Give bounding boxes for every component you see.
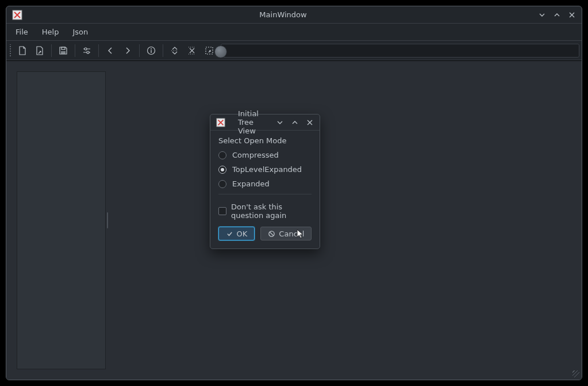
radio-label: Compressed bbox=[232, 151, 279, 159]
radio-toplevelexpanded[interactable]: TopLevelExpanded bbox=[218, 165, 312, 174]
svg-rect-3 bbox=[62, 47, 65, 49]
toolbar-separator bbox=[163, 44, 163, 57]
radio-label: TopLevelExpanded bbox=[232, 165, 302, 174]
svg-rect-9 bbox=[151, 50, 151, 53]
svg-point-6 bbox=[87, 51, 89, 53]
svg-rect-4 bbox=[61, 51, 66, 54]
maximize-button[interactable] bbox=[553, 11, 561, 19]
dialog-button-row: OK Cancel bbox=[210, 226, 320, 249]
toolbar-separator bbox=[51, 44, 52, 57]
dialog-window-controls bbox=[276, 119, 314, 127]
svg-point-8 bbox=[151, 48, 152, 49]
radio-icon bbox=[218, 180, 226, 188]
back-button[interactable] bbox=[102, 43, 118, 58]
collapse-all-button[interactable] bbox=[167, 43, 183, 58]
info-button[interactable] bbox=[143, 43, 159, 58]
menubar: File Help Json bbox=[6, 24, 582, 41]
minimize-button[interactable] bbox=[538, 11, 546, 19]
toolbar-separator bbox=[139, 44, 140, 57]
dialog-body: Select Open Mode Compressed TopLevelExpa… bbox=[210, 131, 320, 202]
main-titlebar: MainWindow bbox=[6, 6, 582, 24]
toolbar-grip[interactable] bbox=[9, 44, 12, 57]
menu-help[interactable]: Help bbox=[35, 24, 66, 40]
search-input[interactable] bbox=[221, 44, 579, 58]
maximize-button[interactable] bbox=[291, 119, 299, 127]
svg-point-5 bbox=[84, 48, 87, 50]
radio-icon bbox=[218, 166, 226, 174]
save-button[interactable] bbox=[55, 43, 71, 58]
check-icon bbox=[226, 230, 233, 238]
menu-json[interactable]: Json bbox=[66, 24, 95, 40]
initial-tree-view-dialog: Initial Tree View Select Open Mode Compr… bbox=[210, 114, 320, 249]
checkbox-label: Don't ask this question again bbox=[231, 202, 312, 220]
expand-all-button[interactable] bbox=[184, 43, 200, 58]
radio-expanded[interactable]: Expanded bbox=[218, 179, 312, 188]
app-icon bbox=[216, 118, 225, 127]
ok-button-label: OK bbox=[237, 230, 248, 238]
cancel-icon bbox=[268, 230, 275, 238]
dialog-separator bbox=[218, 194, 312, 194]
menu-file[interactable]: File bbox=[9, 24, 35, 40]
app-icon bbox=[12, 10, 22, 20]
settings-sliders-button[interactable] bbox=[79, 43, 95, 58]
cancel-button-label: Cancel bbox=[279, 230, 304, 238]
select-open-mode-label: Select Open Mode bbox=[218, 136, 312, 145]
radio-icon bbox=[218, 151, 226, 159]
tree-panel[interactable] bbox=[17, 71, 106, 369]
ok-button[interactable]: OK bbox=[218, 227, 255, 240]
cancel-button[interactable]: Cancel bbox=[260, 227, 312, 240]
radio-label: Expanded bbox=[232, 179, 270, 188]
close-button[interactable] bbox=[568, 11, 576, 19]
checkbox-icon bbox=[218, 207, 226, 215]
dialog-titlebar: Initial Tree View bbox=[210, 114, 320, 131]
minimize-button[interactable] bbox=[276, 119, 284, 127]
window-controls bbox=[538, 11, 576, 19]
toolbar-separator bbox=[75, 44, 75, 57]
forward-button[interactable] bbox=[120, 43, 136, 58]
open-file-button[interactable] bbox=[32, 43, 48, 58]
close-button[interactable] bbox=[306, 119, 314, 127]
toolbar bbox=[6, 41, 582, 60]
toolbar-separator bbox=[98, 44, 99, 57]
radio-compressed[interactable]: Compressed bbox=[218, 151, 312, 159]
editor-panel[interactable] bbox=[109, 61, 582, 380]
new-file-button[interactable] bbox=[14, 43, 30, 58]
dont-ask-checkbox[interactable]: Don't ask this question again bbox=[210, 202, 320, 226]
window-title: MainWindow bbox=[34, 10, 532, 19]
